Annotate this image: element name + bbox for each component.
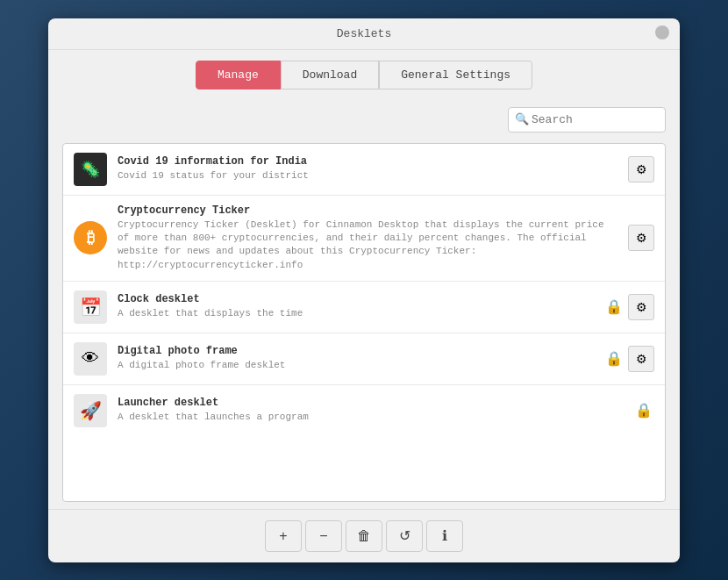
search-bar: 🔍 [48,100,680,143]
item-icon-launcher: 🚀 [74,394,107,427]
list-item: 👁 Digital photo frame A digital photo fr… [63,333,665,385]
close-button[interactable] [655,25,669,39]
desklets-list: 🦠 Covid 19 information for India Covid 1… [62,143,666,502]
info-button[interactable]: ℹ [426,520,463,552]
item-desc: Covid 19 status for your district [118,169,617,183]
tab-general-settings[interactable]: General Settings [379,61,532,90]
item-desc: A desklet that displays the time [118,307,595,320]
item-title: Cryptocurrency Ticker [118,204,617,217]
add-button[interactable]: + [265,520,302,552]
item-title: Digital photo frame [118,345,595,357]
gear-button[interactable]: ⚙ [628,294,654,320]
item-desc: A desklet that launches a program [118,411,625,424]
tab-manage[interactable]: Manage [196,61,281,90]
item-content-crypto: Cryptocurrency Ticker Cryptocurrency Tic… [118,204,617,273]
item-content-photo: Digital photo frame A digital photo fram… [118,345,595,372]
list-item: 🦠 Covid 19 information for India Covid 1… [63,144,665,196]
undo-button[interactable]: ↺ [386,520,423,552]
item-icon-clock: 📅 [74,290,107,324]
item-content-clock: Clock desklet A desklet that displays th… [118,293,595,320]
gear-button[interactable]: ⚙ [628,346,654,372]
tab-download[interactable]: Download [281,61,379,90]
item-icon-covid: 🦠 [74,153,107,186]
lock-icon: 🔒 [635,402,653,419]
item-title: Launcher desklet [118,397,625,409]
item-icon-photo: 👁 [74,342,107,376]
item-icon-crypto: ₿ [74,221,107,254]
list-item: 📅 Clock desklet A desklet that displays … [63,282,665,333]
window-title: Desklets [337,27,391,40]
item-desc: Cryptocurrency Ticker (Desklet) for Cinn… [118,218,617,273]
item-desc: A digital photo frame desklet [118,359,595,372]
toolbar: + − 🗑 ↺ ℹ [48,509,680,562]
item-content-launcher: Launcher desklet A desklet that launches… [118,397,625,424]
item-actions-covid: ⚙ [628,156,654,183]
list-item: ₿ Cryptocurrency Ticker Cryptocurrency T… [63,196,665,283]
list-item: 🚀 Launcher desklet A desklet that launch… [63,385,665,436]
lock-icon: 🔒 [605,350,623,368]
gear-button[interactable]: ⚙ [628,225,654,251]
search-input[interactable] [508,107,666,132]
item-actions-launcher: 🔒 [635,402,654,419]
remove-button[interactable]: − [305,520,342,552]
item-title: Clock desklet [118,293,595,305]
item-actions-crypto: ⚙ [628,225,654,251]
desklets-window: Desklets Manage Download General Setting… [48,18,680,562]
search-wrap: 🔍 [508,107,666,132]
lock-icon: 🔒 [605,298,623,316]
delete-button[interactable]: 🗑 [346,520,382,552]
item-actions-clock: 🔒 ⚙ [605,294,654,320]
item-title: Covid 19 information for India [118,155,617,168]
item-actions-photo: 🔒 ⚙ [605,346,654,372]
title-bar: Desklets [48,18,680,50]
gear-button[interactable]: ⚙ [628,156,654,183]
item-content-covid: Covid 19 information for India Covid 19 … [118,155,617,183]
search-icon: 🔍 [515,112,529,126]
tab-bar: Manage Download General Settings [48,50,680,100]
